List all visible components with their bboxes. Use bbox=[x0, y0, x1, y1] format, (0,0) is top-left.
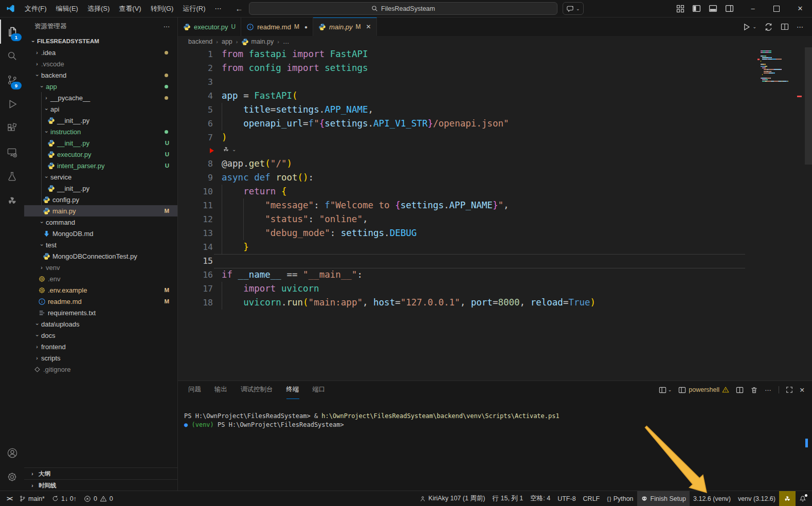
status-item-cursor-position[interactable]: 行 15, 列 1 bbox=[489, 491, 527, 506]
editor-tab-readme.md[interactable]: readme.mdM● bbox=[241, 17, 313, 36]
inline-ai-widget[interactable]: ⌄ bbox=[222, 146, 236, 153]
tree-item[interactable]: config.py bbox=[24, 194, 177, 205]
status-item-indentation[interactable]: 空格: 4 bbox=[527, 491, 554, 506]
menu-item-2[interactable]: 选择(S) bbox=[83, 0, 114, 17]
activity-item-search[interactable] bbox=[0, 44, 24, 68]
tree-item[interactable]: .gitignore bbox=[24, 364, 177, 375]
panel-tab-终端[interactable]: 终端 bbox=[286, 381, 299, 399]
activity-item-files[interactable]: 1 bbox=[0, 20, 24, 44]
menu-item-3[interactable]: 查看(V) bbox=[114, 0, 146, 17]
maximize-panel-icon[interactable] bbox=[786, 386, 793, 393]
run-python-file-button[interactable]: ⌄ bbox=[742, 23, 756, 31]
breadcrumb-item-app[interactable]: app bbox=[222, 38, 232, 45]
toggle-primary-sidebar-icon[interactable] bbox=[692, 4, 701, 13]
tree-item[interactable]: ›backend bbox=[24, 69, 177, 81]
tree-item[interactable]: ›test bbox=[24, 239, 177, 250]
command-center-search[interactable]: FilesReadSysteam bbox=[249, 2, 557, 15]
copilot-chat-button[interactable]: ⌄ bbox=[563, 2, 584, 15]
tree-item[interactable]: ›.idea bbox=[24, 47, 177, 58]
split-editor-icon[interactable] bbox=[781, 23, 789, 31]
panel-tab-问题[interactable]: 问题 bbox=[188, 381, 201, 399]
tree-item[interactable]: MongoDB.md bbox=[24, 228, 177, 239]
status-item-encoding[interactable]: UTF-8 bbox=[554, 491, 579, 506]
tree-item[interactable]: ›service bbox=[24, 171, 177, 183]
tree-item[interactable]: intent_parser.pyU bbox=[24, 160, 177, 171]
status-item-venv-indicator[interactable]: venv (3.12.6) bbox=[734, 491, 779, 506]
menu-item-0[interactable]: 文件(F) bbox=[20, 0, 51, 17]
editor-tab-main.py[interactable]: main.pyM✕ bbox=[313, 17, 377, 36]
activity-item-pinwheel[interactable] bbox=[0, 189, 24, 213]
terminal-new-icon[interactable]: ⌄ bbox=[659, 386, 672, 394]
tree-item[interactable]: ›instruction bbox=[24, 126, 177, 137]
menu-item-5[interactable]: 运行(R) bbox=[178, 0, 210, 17]
tree-item[interactable]: __init__.pyU bbox=[24, 137, 177, 149]
status-item-git-blame[interactable]: KiriAky 107 (1 周前) bbox=[416, 491, 489, 506]
activity-item-extensions[interactable] bbox=[0, 116, 24, 140]
close-tab-icon[interactable]: ✕ bbox=[366, 23, 371, 30]
tree-item[interactable]: ›frontend bbox=[24, 341, 177, 352]
nav-back-icon[interactable]: ← bbox=[235, 4, 243, 13]
code-editor[interactable]: 1from fastapi import FastAPI2from config… bbox=[178, 47, 812, 381]
tree-item[interactable]: ›api bbox=[24, 103, 177, 115]
tree-item[interactable]: ›app bbox=[24, 81, 177, 92]
close-button[interactable]: ✕ bbox=[788, 0, 812, 17]
more-actions-icon[interactable]: ⋯ bbox=[797, 23, 804, 31]
editor-tab-executor.py[interactable]: executor.pyU bbox=[178, 17, 241, 36]
status-item-language-mode[interactable]: { }Python bbox=[603, 491, 637, 506]
panel-tab-调试控制台[interactable]: 调试控制台 bbox=[241, 381, 273, 399]
activity-item-source-control[interactable]: 9 bbox=[0, 68, 24, 92]
panel-tab-端口[interactable]: 端口 bbox=[313, 381, 326, 399]
workspace-root[interactable]: › FILESREADSYSTEAM bbox=[24, 35, 177, 47]
tree-item[interactable]: __init__.py bbox=[24, 115, 177, 126]
breadcrumb-item-…[interactable]: … bbox=[283, 38, 290, 45]
sync-changes-icon[interactable] bbox=[764, 23, 773, 31]
tree-item[interactable]: ›command bbox=[24, 216, 177, 228]
status-item-eol[interactable]: CRLF bbox=[580, 491, 604, 506]
panel-more-icon[interactable]: ⋯ bbox=[765, 386, 772, 394]
activity-item-testing[interactable] bbox=[0, 165, 24, 189]
split-terminal-icon[interactable] bbox=[736, 386, 744, 394]
terminal-output[interactable]: PS H:\OwnProject\FilesReadSysteam> & h:\… bbox=[184, 412, 560, 429]
status-item-git-branch[interactable]: main* bbox=[15, 491, 48, 506]
status-item-copilot-setup[interactable]: Finish Setup bbox=[637, 491, 690, 506]
tree-item[interactable]: ›__pycache__ bbox=[24, 92, 177, 103]
tree-item[interactable]: __init__.py bbox=[24, 183, 177, 194]
tree-item[interactable]: ›venv bbox=[24, 262, 177, 273]
activity-item-remote-explorer[interactable] bbox=[0, 140, 24, 165]
menu-item-1[interactable]: 编辑(E) bbox=[51, 0, 83, 17]
terminal-scrollbar[interactable] bbox=[805, 439, 808, 447]
tree-item[interactable]: .env.exampleM bbox=[24, 284, 177, 296]
tree-item[interactable]: requirements.txt bbox=[24, 307, 177, 318]
menu-item-4[interactable]: 转到(G) bbox=[146, 0, 178, 17]
breadcrumb-item-main.py[interactable]: main.py bbox=[241, 38, 274, 46]
sidebar-more-icon[interactable]: ⋯ bbox=[164, 23, 171, 30]
sidebar-section-时间线[interactable]: ›时间线 bbox=[24, 479, 177, 491]
tree-item[interactable]: executor.pyU bbox=[24, 149, 177, 160]
status-item-extension-tile[interactable] bbox=[779, 491, 796, 506]
status-item-python-interpreter[interactable]: 3.12.6 (venv) bbox=[690, 491, 734, 506]
toggle-secondary-sidebar-icon[interactable] bbox=[725, 4, 734, 13]
activity-item-account[interactable] bbox=[0, 441, 24, 465]
tree-item[interactable]: .env bbox=[24, 273, 177, 284]
maximize-button[interactable] bbox=[765, 0, 788, 17]
kill-terminal-icon[interactable] bbox=[750, 386, 758, 394]
tree-item[interactable]: ›scripts bbox=[24, 352, 177, 364]
close-panel-icon[interactable]: ✕ bbox=[800, 386, 805, 394]
tree-item[interactable]: main.pyM bbox=[24, 205, 177, 216]
activity-item-settings-gear[interactable] bbox=[0, 465, 24, 489]
customize-layout-icon[interactable] bbox=[676, 5, 684, 13]
status-item-git-sync[interactable]: 1↓ 0↑ bbox=[48, 491, 80, 506]
menu-item-6[interactable]: ⋯ bbox=[210, 0, 226, 17]
status-item-remote-indicator[interactable]: >< bbox=[3, 491, 15, 506]
panel-tab-输出[interactable]: 输出 bbox=[214, 381, 227, 399]
dirty-indicator[interactable]: ● bbox=[304, 24, 308, 30]
minimize-button[interactable]: – bbox=[741, 0, 765, 17]
sidebar-section-大纲[interactable]: ›大纲 bbox=[24, 467, 177, 479]
editor-scrollbar[interactable] bbox=[805, 47, 812, 165]
tree-item[interactable]: readme.mdM bbox=[24, 296, 177, 307]
status-item-notifications[interactable] bbox=[796, 491, 810, 506]
breadcrumb-item-backend[interactable]: backend bbox=[188, 38, 212, 45]
tree-item[interactable]: ›.vscode bbox=[24, 58, 177, 69]
terminal-instance-item[interactable]: powershell bbox=[678, 386, 729, 394]
status-item-problems[interactable]: 00 bbox=[80, 491, 117, 506]
